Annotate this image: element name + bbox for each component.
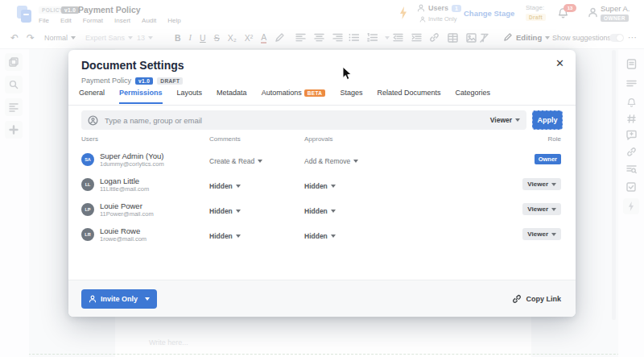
comments-permission-dropdown[interactable]: Hidden	[209, 207, 241, 215]
invite-role-select[interactable]: Viewer	[490, 116, 520, 124]
comments-permission-dropdown[interactable]: Hidden	[209, 232, 241, 240]
user-email: 1dummy@corlytics.com	[100, 160, 164, 168]
copy-link-label: Copy Link	[526, 295, 561, 303]
user-icon	[89, 295, 97, 303]
role-select[interactable]: Viewer	[522, 228, 561, 240]
comments-permission-dropdown[interactable]: Hidden	[209, 182, 241, 190]
invite-only-button-label: Invite Only	[101, 295, 138, 303]
approvals-permission-dropdown[interactable]: Hidden	[304, 182, 336, 190]
apply-button[interactable]: Apply	[532, 110, 563, 130]
tab-general[interactable]: General	[79, 89, 105, 102]
invite-role-value: Viewer	[490, 116, 512, 124]
chevron-down-icon	[145, 297, 150, 301]
chevron-down-icon	[258, 160, 262, 163]
tab-automations-label: Automations	[262, 89, 302, 97]
chevron-down-icon	[331, 210, 336, 213]
header-approvals: Approvals	[304, 135, 548, 143]
app-window: POLICY v1.0 Payment Policy File Edit For…	[0, 0, 644, 357]
approvals-permission-value: Hidden	[304, 232, 328, 240]
chevron-down-icon	[236, 235, 241, 238]
approvals-permission-dropdown[interactable]: Hidden	[304, 207, 336, 215]
role-owner-badge: Owner	[535, 154, 561, 164]
header-users: Users	[81, 135, 209, 143]
tab-stages[interactable]: Stages	[340, 89, 362, 102]
tab-permissions[interactable]: Permissions	[119, 89, 163, 104]
invite-search-bar: Viewer	[81, 110, 526, 130]
header-comments: Comments	[209, 135, 304, 143]
approvals-permission-value: Add & Remove	[304, 157, 350, 165]
beta-badge: BETA	[304, 89, 326, 97]
user-name: Louie Rowe	[100, 226, 147, 235]
chevron-down-icon	[331, 235, 336, 238]
role-value: Viewer	[527, 205, 548, 213]
avatar: LP	[81, 203, 94, 216]
invite-only-button[interactable]: Invite Only	[81, 289, 157, 309]
user-email: 1rowe@mail.com	[100, 235, 147, 243]
table-row: LR Louie Rowe 1rowe@mail.com Hidden Hidd…	[68, 222, 576, 247]
chevron-down-icon	[236, 210, 241, 213]
approvals-permission-value: Hidden	[304, 207, 328, 215]
user-email: 11Power@mail.com	[100, 210, 154, 218]
settings-tabs: General Permissions Layouts Metadata Aut…	[68, 89, 576, 106]
comments-permission-value: Hidden	[209, 232, 233, 240]
role-select[interactable]: Viewer	[522, 178, 561, 190]
avatar: SA	[81, 153, 94, 166]
chevron-down-icon	[331, 185, 336, 188]
user-name: Louie Power	[100, 201, 154, 210]
avatar: LL	[81, 178, 94, 191]
role-value: Viewer	[527, 181, 548, 188]
table-row: LP Louie Power 11Power@mail.com Hidden H…	[68, 197, 576, 222]
permissions-table-header: Users Comments Approvals Role	[68, 135, 576, 143]
role-value: Viewer	[527, 230, 548, 238]
comments-permission-dropdown[interactable]: Create & Read	[209, 157, 262, 165]
modal-status-badge: DRAFT	[157, 77, 183, 85]
table-row: SA Super Admin (You) 1dummy@corlytics.co…	[68, 147, 576, 172]
chevron-down-icon	[551, 208, 556, 211]
close-icon[interactable]: ✕	[555, 57, 564, 69]
chevron-down-icon	[236, 185, 241, 188]
comments-permission-value: Create & Read	[209, 157, 254, 165]
table-row: LL Logan Little 11Little@mail.com Hidden…	[68, 172, 576, 197]
approvals-permission-value: Hidden	[304, 182, 328, 190]
link-icon	[512, 294, 522, 304]
modal-version-badge: v1.0	[135, 77, 153, 85]
user-name: Logan Little	[100, 176, 149, 185]
header-role: Role	[548, 135, 561, 143]
tab-related-documents[interactable]: Related Documents	[378, 89, 441, 102]
chevron-down-icon	[353, 160, 358, 163]
modal-footer: Invite Only Copy Link	[68, 280, 576, 317]
copy-link-button[interactable]: Copy Link	[512, 294, 561, 304]
mouse-cursor	[342, 66, 353, 81]
approvals-permission-dropdown[interactable]: Hidden	[304, 232, 336, 240]
add-person-icon	[88, 115, 98, 126]
tab-automations[interactable]: AutomationsBETA	[262, 89, 326, 102]
document-settings-modal: Document Settings ✕ Payment Policy v1.0 …	[68, 50, 576, 317]
permissions-table: SA Super Admin (You) 1dummy@corlytics.co…	[68, 147, 576, 247]
invite-search-input[interactable]	[103, 115, 490, 126]
tab-layouts[interactable]: Layouts	[177, 89, 203, 102]
user-name: Super Admin (You)	[100, 152, 164, 160]
chevron-down-icon	[551, 183, 556, 186]
chevron-down-icon	[515, 118, 520, 122]
modal-subtitle: Payment Policy	[81, 77, 131, 85]
tab-categories[interactable]: Categories	[456, 89, 491, 102]
chevron-down-icon	[551, 233, 556, 236]
approvals-permission-dropdown[interactable]: Add & Remove	[304, 157, 358, 165]
user-email: 11Little@mail.com	[100, 185, 149, 193]
avatar: LR	[81, 228, 94, 241]
comments-permission-value: Hidden	[209, 182, 233, 190]
tab-metadata[interactable]: Metadata	[217, 89, 247, 102]
comments-permission-value: Hidden	[209, 207, 233, 215]
modal-title: Document Settings	[81, 59, 184, 72]
role-select[interactable]: Viewer	[522, 203, 561, 215]
